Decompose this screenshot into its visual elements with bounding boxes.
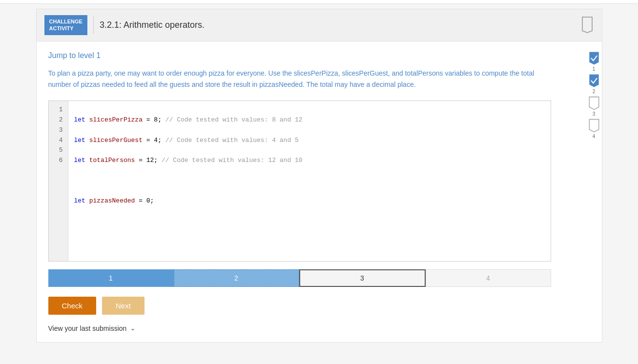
challenge-label: CHALLENGE ACTIVITY [44,15,87,35]
button-row: Check Next [48,297,590,315]
check-button[interactable]: Check [48,297,97,315]
tab-1[interactable]: 1 [48,269,174,287]
level-badge-1[interactable]: 1 [586,51,602,72]
tab-3[interactable]: 3 [299,269,426,287]
challenge-header: CHALLENGE ACTIVITY 3.2.1: Arithmetic ope… [37,9,602,41]
view-submission[interactable]: View your last submission ⌄ [48,324,590,332]
chevron-down-icon: ⌄ [130,325,135,332]
view-submission-label: View your last submission [48,324,127,332]
bookmark-icon[interactable] [580,16,594,34]
main-container: CHALLENGE ACTIVITY 3.2.1: Arithmetic ope… [36,9,602,343]
level-badge-2[interactable]: 2 [586,74,602,94]
code-editor[interactable]: 1 2 3 4 5 6 let slicesPerPizza = 8; // C… [48,101,551,262]
challenge-label-line2: ACTIVITY [49,25,74,31]
tab-bar: 1 2 3 4 [48,269,551,287]
line-numbers: 1 2 3 4 5 6 [49,101,68,261]
tab-2[interactable]: 2 [174,269,299,287]
challenge-label-line1: CHALLENGE [49,19,82,24]
challenge-divider [93,16,94,34]
content-area: Jump to level 1 To plan a pizza party, o… [37,41,602,343]
next-button[interactable]: Next [102,297,144,315]
jump-to-level[interactable]: Jump to level 1 [48,51,590,60]
code-content: let slicesPerPizza = 8; // Code tested w… [68,101,551,261]
tab-4[interactable]: 4 [426,269,551,287]
challenge-title: 3.2.1: Arithmetic operators. [100,20,580,30]
description-text: To plan a pizza party, one may want to o… [48,68,536,91]
level-badge-4[interactable]: 4 [586,119,602,139]
sidebar-levels: 1 2 3 4 [586,51,602,139]
level-badge-3[interactable]: 3 [586,96,602,117]
